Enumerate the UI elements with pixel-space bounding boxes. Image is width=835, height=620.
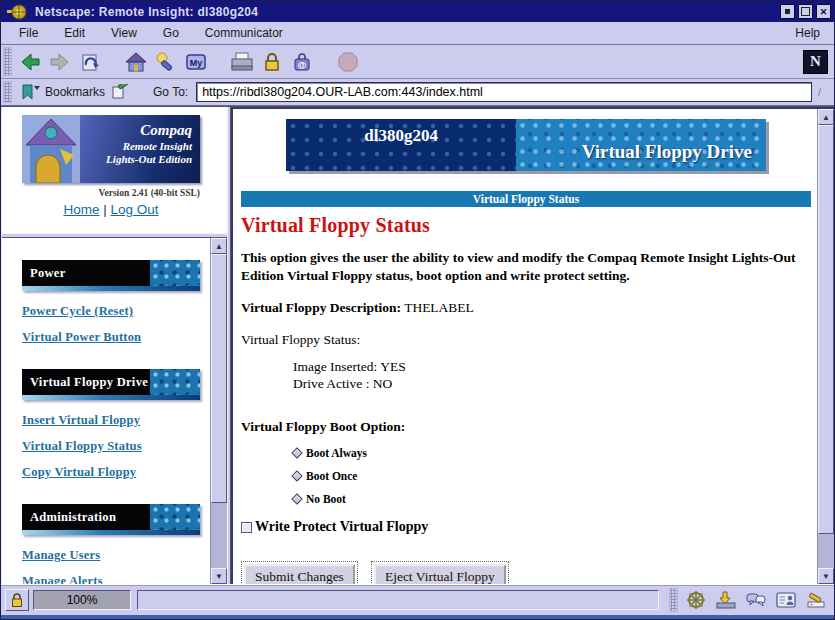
bookmarks-button[interactable]: Bookmarks: [19, 83, 129, 101]
location-proxy-icon: [111, 84, 129, 100]
discussions-button[interactable]: [742, 588, 770, 612]
my-netscape-button[interactable]: My: [181, 48, 211, 76]
locationbar-grip[interactable]: [3, 81, 12, 103]
write-protect-label: Write Protect Virtual Floppy: [255, 519, 428, 535]
security-status-button[interactable]: [5, 589, 29, 611]
stop-button[interactable]: [333, 48, 363, 76]
scroll-up-icon[interactable]: ▲: [818, 109, 834, 125]
scroll-down-icon[interactable]: ▼: [211, 568, 227, 584]
nav-header-pattern: [150, 504, 200, 530]
nav-header-pattern: [150, 260, 200, 286]
home-link[interactable]: Home: [63, 202, 99, 217]
sidebar-nav-frame: Power Power Cycle (Reset) Virtual Power …: [2, 238, 227, 584]
menu-view[interactable]: View: [98, 23, 150, 43]
security-lock-icon: [260, 51, 284, 73]
svg-text:@: @: [298, 59, 307, 69]
home-icon: [124, 51, 148, 73]
url-input[interactable]: [196, 82, 812, 102]
nav-header-strip: [22, 395, 200, 400]
sidebar-scrollbar-track[interactable]: [211, 503, 227, 568]
print-button[interactable]: [227, 48, 257, 76]
submit-button-frame: Submit Changes: [241, 561, 358, 584]
menu-help[interactable]: Help: [781, 23, 834, 43]
eject-virtual-floppy-button[interactable]: Eject Virtual Floppy: [374, 564, 506, 584]
sidebar-scrollbar-thumb[interactable]: [211, 254, 227, 503]
scroll-down-icon[interactable]: ▼: [818, 568, 834, 584]
boot-option-radios: Boot Always Boot Once No Boot: [293, 447, 811, 505]
menu-communicator[interactable]: Communicator: [192, 23, 296, 43]
maximize-icon: [801, 7, 810, 16]
submit-changes-button[interactable]: Submit Changes: [244, 564, 355, 584]
location-resize-grip: /: [818, 86, 830, 98]
netscape-wheel-icon: [7, 4, 27, 20]
composer-icon: [805, 590, 827, 610]
sidebar-item-copy-virtual-floppy[interactable]: Copy Virtual Floppy: [22, 465, 200, 480]
main-scrollbar[interactable]: ▲ ▼: [817, 109, 834, 584]
boot-option-label: Virtual Floppy Boot Option:: [241, 419, 811, 435]
menu-edit[interactable]: Edit: [51, 23, 98, 43]
component-taskbar: [682, 588, 830, 612]
close-icon: ✕: [820, 7, 828, 17]
sidebar-item-power-cycle[interactable]: Power Cycle (Reset): [22, 304, 200, 319]
floppy-description-line: Virtual Floppy Description: THELABEL: [241, 300, 811, 316]
radio-no-boot[interactable]: No Boot: [293, 493, 811, 505]
logout-link[interactable]: Log Out: [111, 202, 159, 217]
floppy-description-label: Virtual Floppy Description:: [241, 300, 401, 315]
banner-hostname: dl380g204: [286, 119, 516, 171]
main-scrollbar-track[interactable]: [818, 534, 834, 569]
radio-icon[interactable]: [291, 471, 302, 482]
radio-boot-once[interactable]: Boot Once: [293, 470, 811, 482]
menu-go[interactable]: Go: [150, 23, 192, 43]
sidebar-scrollbar[interactable]: ▲ ▼: [210, 238, 227, 584]
radio-icon[interactable]: [291, 494, 302, 505]
intro-text: This option gives the user the ability t…: [241, 249, 801, 285]
address-book-button[interactable]: [772, 588, 800, 612]
nav-section-title: Administration: [22, 504, 150, 530]
radio-boot-always[interactable]: Boot Always: [293, 447, 811, 459]
discussions-icon: [745, 590, 767, 610]
menu-file[interactable]: File: [6, 23, 51, 43]
section-bar: Virtual Floppy Status: [241, 191, 811, 207]
composer-button[interactable]: [802, 588, 830, 612]
toolbar-grip[interactable]: [3, 47, 12, 76]
forward-button[interactable]: [45, 48, 75, 76]
svg-text:My: My: [190, 58, 203, 68]
search-button[interactable]: [151, 48, 181, 76]
back-button[interactable]: [15, 48, 45, 76]
radio-label: No Boot: [306, 493, 346, 505]
sidebar-item-insert-virtual-floppy[interactable]: Insert Virtual Floppy: [22, 413, 200, 428]
menubar: File Edit View Go Communicator Help: [1, 22, 834, 45]
home-button[interactable]: [121, 48, 151, 76]
my-netscape-icon: My: [184, 51, 208, 73]
security-lock-icon: [10, 592, 24, 608]
lights-out-house-icon: [22, 115, 80, 183]
reload-button[interactable]: [75, 48, 105, 76]
logo-text: Compaq Remote Insight Lights-Out Edition: [80, 115, 200, 183]
logo-line1: Remote Insight: [80, 140, 192, 153]
shop-button[interactable]: @: [287, 48, 317, 76]
sidebar-item-manage-users[interactable]: Manage Users: [22, 548, 200, 563]
security-button[interactable]: [257, 48, 287, 76]
eject-button-frame: Eject Virtual Floppy: [371, 561, 509, 584]
mailbox-button[interactable]: [712, 588, 740, 612]
floppy-status-label: Virtual Floppy Status:: [241, 332, 811, 348]
minimize-button[interactable]: [780, 4, 795, 19]
close-button[interactable]: ✕: [816, 4, 831, 19]
main-scrollbar-thumb[interactable]: [818, 125, 834, 534]
maximize-button[interactable]: [798, 4, 813, 19]
sidebar-item-manage-alerts[interactable]: Manage Alerts: [22, 574, 200, 584]
radio-label: Boot Once: [306, 470, 357, 482]
sidebar-header-frame: Compaq Remote Insight Lights-Out Edition…: [2, 107, 227, 233]
floppy-status-values: Image Inserted: YES Drive Active : NO: [293, 359, 811, 393]
sidebar-item-virtual-floppy-status[interactable]: Virtual Floppy Status: [22, 439, 200, 454]
navigator-button[interactable]: [682, 588, 710, 612]
netscape-logo[interactable]: N: [803, 50, 828, 74]
nav-section-title: Power: [22, 260, 150, 286]
radio-icon[interactable]: [291, 448, 302, 459]
scroll-up-icon[interactable]: ▲: [211, 238, 227, 254]
back-icon: [18, 51, 42, 73]
sidebar-item-virtual-power-button[interactable]: Virtual Power Button: [22, 330, 200, 345]
taskbar-grip[interactable]: [669, 588, 678, 612]
bookmarks-label: Bookmarks: [45, 85, 105, 99]
write-protect-checkbox[interactable]: [241, 522, 252, 533]
